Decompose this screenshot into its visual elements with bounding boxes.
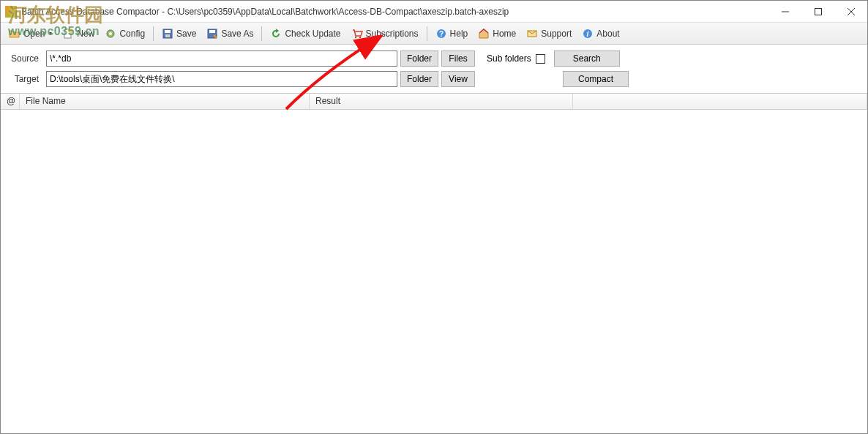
cart-icon: [351, 28, 363, 40]
svg-point-14: [359, 36, 360, 37]
list-header: @ File Name Result: [1, 94, 867, 110]
minimize-button[interactable]: [768, 1, 801, 23]
column-spacer: [573, 94, 867, 109]
titlebar: Batch Access Database Compactor - C:\Use…: [1, 1, 867, 23]
toolbar-separator: [261, 26, 262, 41]
window-title: Batch Access Database Compactor - C:\Use…: [21, 7, 768, 17]
column-result[interactable]: Result: [310, 94, 573, 109]
save-button[interactable]: Save: [157, 25, 201, 42]
home-label: Home: [493, 29, 516, 39]
dropdown-arrow-icon: ▾: [49, 30, 52, 37]
support-label: Support: [541, 29, 572, 39]
svg-text:i: i: [587, 30, 589, 38]
help-button[interactable]: ? Help: [430, 25, 474, 42]
about-label: About: [596, 29, 619, 39]
open-button[interactable]: Open ▾: [4, 25, 57, 42]
gear-icon: [105, 28, 116, 40]
save-as-label: Save As: [221, 29, 253, 39]
app-icon: [5, 6, 17, 18]
sub-folders-checkbox[interactable]: [536, 54, 545, 64]
new-file-icon: [62, 28, 74, 40]
mail-icon: [526, 28, 538, 40]
about-button[interactable]: i About: [577, 25, 624, 42]
config-label: Config: [119, 29, 145, 39]
target-view-button[interactable]: View: [441, 71, 475, 87]
folder-open-icon: [9, 28, 20, 40]
save-label: Save: [176, 29, 196, 39]
sub-folders-label: Sub folders: [487, 53, 531, 64]
svg-rect-12: [209, 30, 215, 33]
toolbar-separator: [153, 26, 154, 41]
home-icon: [478, 28, 490, 40]
compact-button[interactable]: Compact: [563, 71, 629, 87]
target-input[interactable]: [46, 71, 397, 87]
toolbar: Open ▾ New Config Save Save As Check Upd…: [1, 23, 867, 45]
svg-rect-1: [815, 8, 821, 15]
help-icon: ?: [435, 28, 447, 40]
subscriptions-label: Subscriptions: [366, 29, 419, 39]
close-button[interactable]: [834, 1, 867, 23]
target-folder-button[interactable]: Folder: [400, 71, 438, 87]
target-label: Target: [8, 74, 43, 84]
info-icon: i: [582, 28, 594, 40]
minimize-icon: [782, 8, 789, 15]
list-body[interactable]: [1, 110, 867, 434]
save-as-icon: [206, 28, 218, 40]
home-button[interactable]: Home: [473, 25, 521, 42]
svg-point-7: [109, 32, 112, 35]
svg-rect-9: [165, 30, 171, 33]
window-controls: [768, 1, 867, 23]
new-button[interactable]: New: [57, 25, 100, 42]
check-update-label: Check Update: [285, 29, 340, 39]
source-folder-button[interactable]: Folder: [400, 50, 438, 67]
close-icon: [848, 8, 855, 15]
save-icon: [162, 28, 173, 40]
search-button[interactable]: Search: [554, 50, 620, 67]
svg-point-5: [68, 29, 72, 33]
form-area: Source Folder Files Sub folders Search T…: [1, 45, 867, 94]
config-button[interactable]: Config: [100, 25, 150, 42]
support-button[interactable]: Support: [521, 25, 577, 42]
maximize-button[interactable]: [801, 1, 834, 23]
toolbar-separator: [427, 26, 427, 41]
source-label: Source: [8, 53, 43, 64]
source-input[interactable]: [46, 50, 397, 67]
new-label: New: [77, 29, 94, 39]
svg-text:?: ?: [438, 30, 443, 38]
column-at[interactable]: @: [1, 94, 20, 109]
check-update-button[interactable]: Check Update: [265, 25, 345, 42]
help-label: Help: [450, 29, 468, 39]
refresh-icon: [270, 28, 282, 40]
open-label: Open: [23, 29, 45, 39]
source-files-button[interactable]: Files: [441, 50, 475, 67]
subscriptions-button[interactable]: Subscriptions: [346, 25, 424, 42]
save-as-button[interactable]: Save As: [201, 25, 258, 42]
maximize-icon: [815, 8, 822, 15]
svg-point-13: [354, 36, 356, 37]
svg-rect-10: [165, 34, 170, 37]
column-filename[interactable]: File Name: [20, 94, 310, 109]
